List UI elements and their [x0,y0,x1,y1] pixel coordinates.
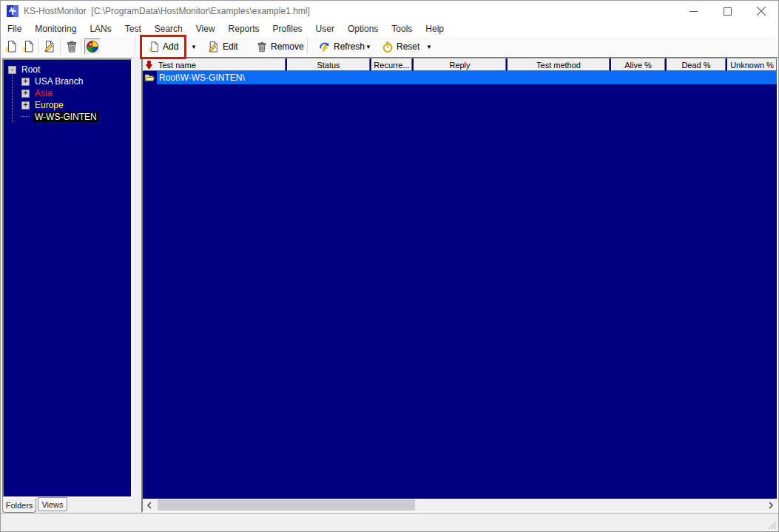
reset-dropdown-button[interactable]: ▼ [424,38,434,55]
column-header-reply[interactable]: Reply [414,58,506,71]
maximize-button[interactable] [710,1,744,21]
refresh-button-label: Refresh [334,41,365,52]
toolbar-separator [38,38,38,54]
menu-item-lans[interactable]: LANs [83,22,118,36]
tree-item-label[interactable]: Root [20,64,41,75]
expand-expander-icon[interactable]: + [21,78,30,86]
refresh-dropdown-button[interactable]: ▼ [363,38,374,55]
menu-item-options[interactable]: Options [341,22,385,36]
menu-bar: File Monitoring LANs Test Search View Re… [1,21,778,36]
tree-item-asia[interactable]: + Asia [4,87,131,99]
app-icon [7,5,18,17]
menu-item-tools[interactable]: Tools [385,22,419,36]
menu-item-monitoring[interactable]: Monitoring [28,22,83,36]
dropdown-arrow-icon: ▼ [365,44,371,50]
reset-button[interactable]: Reset [380,38,422,55]
collapse-expander-icon[interactable]: - [8,66,16,74]
edit-document-icon [207,41,220,53]
expand-expander-icon[interactable]: + [21,90,30,98]
toolbar: Add ▼ Edit Remove [1,36,778,58]
chevron-right-icon [768,502,774,509]
edit-item-button[interactable] [41,38,58,55]
column-header-recurrences[interactable]: Recurre... [371,58,412,71]
delete-button[interactable] [64,38,80,55]
tree-item-label[interactable]: Europe [33,100,65,110]
row-folder-path[interactable]: Root\W-WS-GINTEN\ [157,71,777,84]
add-document-icon [148,41,160,53]
row-icon-cell [143,71,157,84]
minimize-button[interactable] [676,1,710,21]
tree-item-w-ws-ginten[interactable]: W-WS-GINTEN [4,111,131,123]
tree-item-europe[interactable]: + Europe [4,99,131,111]
column-header-test-name[interactable]: Test name [143,58,286,71]
color-palette-toggle[interactable] [84,38,101,55]
refresh-button[interactable]: Refresh [316,38,367,55]
scrollbar-thumb[interactable] [158,499,415,511]
table-header-row: Test name Status Recurre... Reply Test m… [143,58,777,71]
menu-item-help[interactable]: Help [419,22,451,36]
status-bar [1,513,778,531]
new-test-button[interactable] [20,38,36,55]
tab-views[interactable]: Views [38,497,67,511]
table-row-selected[interactable]: Root\W-WS-GINTEN\ [143,71,777,84]
menu-item-search[interactable]: Search [148,22,189,36]
expand-expander-icon[interactable]: + [21,101,30,110]
sort-descending-icon [146,61,152,70]
trash-icon [256,41,268,53]
tree-item-label-selected[interactable]: W-WS-GINTEN [33,112,98,122]
new-document-icon [21,40,35,53]
dropdown-arrow-icon: ▼ [426,44,432,50]
test-list-panel: Test name Status Recurre... Reply Test m… [141,57,778,513]
window-controls [676,1,778,21]
window-title: KS-HostMonitor [C:\ProgramData\HostMonit… [24,6,310,16]
new-document-icon [4,40,18,53]
horizontal-scrollbar[interactable] [143,499,777,511]
column-header-test-method[interactable]: Test method [507,58,610,71]
menu-item-profiles[interactable]: Profiles [266,22,309,36]
tree-item-label[interactable]: USA Branch [33,76,84,87]
close-button[interactable] [744,1,778,21]
title-bar: KS-HostMonitor [C:\ProgramData\HostMonit… [1,1,778,21]
column-header-status[interactable]: Status [287,58,370,71]
edit-document-icon [43,40,56,53]
add-dropdown-button[interactable]: ▼ [189,38,199,55]
tab-folders[interactable]: Folders [2,498,36,513]
tree-item-root[interactable]: - Root [4,64,131,75]
menu-item-reports[interactable]: Reports [222,22,266,36]
menu-item-view[interactable]: View [189,22,222,36]
resize-grip-icon[interactable] [766,519,777,530]
tree-leaf-connector [21,116,30,118]
remove-button[interactable]: Remove [254,38,306,55]
remove-button-label: Remove [271,41,304,52]
edit-button-label: Edit [223,41,238,52]
column-header-dead-pct[interactable]: Dead % [667,58,726,71]
edit-button[interactable]: Edit [205,38,240,55]
column-header-alive-pct[interactable]: Alive % [611,58,665,71]
trash-icon [65,40,78,53]
chevron-left-icon [146,502,152,509]
menu-item-user[interactable]: User [309,22,341,36]
menu-item-test[interactable]: Test [118,22,148,36]
reset-stopwatch-icon [382,41,394,53]
menu-item-file[interactable]: File [1,22,28,36]
toolbar-separator [60,38,61,54]
color-sphere-icon [86,40,99,53]
minimize-icon [689,7,698,16]
toolbar-separator [307,38,308,54]
add-button[interactable]: Add [146,38,181,55]
column-header-unknown-pct[interactable]: Unknown % [727,58,777,71]
maximize-icon [724,7,732,16]
scroll-left-button[interactable] [143,499,155,511]
app-window: KS-HostMonitor [C:\ProgramData\HostMonit… [0,0,779,532]
refresh-icon [318,41,331,53]
tree-item-usa-branch[interactable]: + USA Branch [4,75,131,87]
dropdown-arrow-icon: ▼ [191,44,197,50]
new-file-button[interactable] [3,38,19,55]
folder-tree-panel: - Root + USA Branch + Asia + Europe W-WS… [2,58,132,498]
close-icon [757,7,766,16]
tree-item-label[interactable]: Asia [33,88,53,98]
toolbar-separator [135,37,135,55]
scroll-right-button[interactable] [764,499,777,511]
toolbar-separator [81,38,81,54]
reset-button-label: Reset [397,41,419,52]
